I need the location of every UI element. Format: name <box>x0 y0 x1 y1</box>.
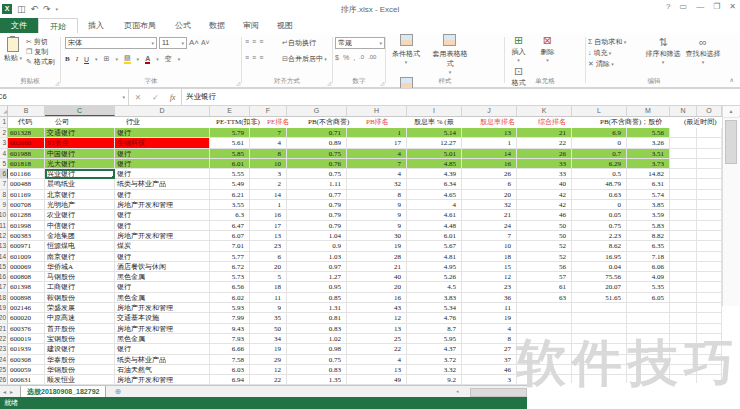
cell[interactable]: 0.76 <box>287 159 347 169</box>
cell[interactable]: 18 <box>250 282 287 292</box>
cell[interactable] <box>670 200 697 210</box>
cell[interactable]: 49 <box>347 375 407 385</box>
underline-button[interactable]: U <box>84 56 89 63</box>
cell[interactable]: 鞍钢股份 <box>45 293 115 303</box>
row-header-8[interactable]: 8 <box>0 190 8 200</box>
cell[interactable]: 29 <box>250 355 287 365</box>
cell[interactable]: 8.62 <box>572 241 627 251</box>
cell[interactable]: 华锦股份 <box>45 365 115 375</box>
cell[interactable]: 4.65 <box>407 190 462 200</box>
cell[interactable]: 黑色金属 <box>115 293 210 303</box>
cell[interactable]: 002146 <box>8 303 45 313</box>
cell[interactable]: 4 <box>250 138 287 148</box>
cell[interactable] <box>670 138 697 148</box>
cell[interactable]: 中原高速 <box>45 313 115 323</box>
cell[interactable]: 61 <box>517 282 572 292</box>
cell[interactable]: ST长生 <box>45 138 115 148</box>
cell[interactable] <box>670 262 697 272</box>
cell[interactable]: 4.37 <box>407 344 462 354</box>
cell[interactable]: 6.47 <box>210 221 250 231</box>
row-header-6[interactable]: 6 <box>0 169 8 179</box>
cell[interactable]: 0.77 <box>287 190 347 200</box>
cell[interactable] <box>697 128 722 138</box>
font-dialog-launcher-icon[interactable]: ◿ <box>236 80 240 86</box>
cell[interactable]: 7.93 <box>210 334 250 344</box>
restore-icon[interactable]: ❐ <box>713 2 720 11</box>
cell[interactable]: 银行 <box>115 210 210 220</box>
copy-button[interactable]: ❐ 复制 <box>26 47 55 56</box>
cell[interactable]: 600019 <box>8 334 45 344</box>
cell[interactable]: 北京银行 <box>45 190 115 200</box>
cell[interactable]: 13 <box>347 365 407 375</box>
format-as-table-button[interactable]: 套用表格格式▾ <box>428 33 472 76</box>
cell[interactable]: 7.01 <box>210 241 250 251</box>
cell[interactable]: 9 <box>347 210 407 220</box>
sheet-tab-active[interactable]: 选股20180908_182792 <box>20 386 106 397</box>
cell[interactable]: 36 <box>462 293 517 303</box>
cell[interactable]: 000631 <box>8 375 45 385</box>
cell[interactable]: 600708 <box>8 200 45 210</box>
cell[interactable] <box>697 179 722 189</box>
cell[interactable]: 46 <box>517 210 572 220</box>
col-header-B[interactable]: B <box>8 106 45 116</box>
cell[interactable]: 40 <box>517 179 572 189</box>
cell[interactable] <box>697 293 722 303</box>
cell[interactable]: 房地产开发和管理 <box>115 231 210 241</box>
cell[interactable]: 7 <box>462 231 517 241</box>
cell[interactable]: 1.03 <box>287 252 347 262</box>
cell[interactable]: 42 <box>517 190 572 200</box>
cell[interactable]: 4.95 <box>407 262 462 272</box>
cell[interactable]: 6.72 <box>210 262 250 272</box>
cell[interactable] <box>697 138 722 148</box>
col-header-J[interactable]: J <box>462 106 517 116</box>
cell[interactable] <box>697 190 722 200</box>
cell[interactable]: 6.21 <box>210 190 250 200</box>
cell[interactable]: 600308 <box>8 355 45 365</box>
tab-file[interactable]: 文件 <box>0 18 38 33</box>
selected-cell[interactable]: 兴业银行 <box>45 169 115 179</box>
cell[interactable] <box>670 303 697 313</box>
cell[interactable]: 8 <box>347 190 407 200</box>
tab-data[interactable]: 数据 <box>200 18 234 33</box>
cell[interactable]: 5 <box>250 272 287 282</box>
cell[interactable]: 0.95 <box>287 282 347 292</box>
cell[interactable]: 2.23 <box>572 231 627 241</box>
cell[interactable]: 0.79 <box>287 200 347 210</box>
cell[interactable]: 40 <box>347 272 407 282</box>
scroll-up-icon[interactable]: ▲ <box>723 106 739 118</box>
cell[interactable]: 6.29 <box>572 159 627 169</box>
cell[interactable]: 32 <box>462 200 517 210</box>
cell[interactable]: 9 <box>347 200 407 210</box>
cell[interactable]: 601009 <box>8 252 45 262</box>
italic-button[interactable]: I <box>76 55 78 63</box>
col-header-M[interactable]: M <box>627 106 670 116</box>
cell[interactable]: 4 <box>347 355 407 365</box>
vertical-scroll-thumb[interactable] <box>725 120 737 164</box>
cell[interactable] <box>697 252 722 262</box>
cell[interactable]: 22 <box>250 375 287 385</box>
row-header-16[interactable]: 16 <box>0 272 8 282</box>
cell[interactable]: 11 <box>462 303 517 313</box>
cell[interactable] <box>670 159 697 169</box>
cell[interactable]: 1.27 <box>287 272 347 282</box>
cell[interactable] <box>670 190 697 200</box>
name-box[interactable]: ▾ C6 <box>0 89 129 105</box>
cell[interactable]: 21 <box>462 210 517 220</box>
delete-cells-button[interactable]: ⊠ 删除▾ <box>534 33 561 64</box>
cell[interactable] <box>697 231 722 241</box>
cell[interactable]: 房地产开发和管理 <box>115 375 210 385</box>
cell[interactable]: 16 <box>250 210 287 220</box>
cell[interactable] <box>670 293 697 303</box>
bold-button[interactable]: B <box>65 55 70 63</box>
cell[interactable]: 0.75 <box>287 355 347 365</box>
cell[interactable] <box>627 303 670 313</box>
cell[interactable]: 002680 <box>8 138 45 148</box>
col-header-K[interactable]: K <box>517 106 572 116</box>
cell[interactable]: 0.89 <box>287 138 347 148</box>
cell[interactable] <box>697 210 722 220</box>
cell[interactable]: 601169 <box>8 190 45 200</box>
row-header-23[interactable]: 23 <box>0 344 8 354</box>
cell[interactable]: 52 <box>517 252 572 262</box>
cell[interactable] <box>670 272 697 282</box>
find-select-button[interactable]: ∞ 查找和选择▾ <box>682 35 724 66</box>
